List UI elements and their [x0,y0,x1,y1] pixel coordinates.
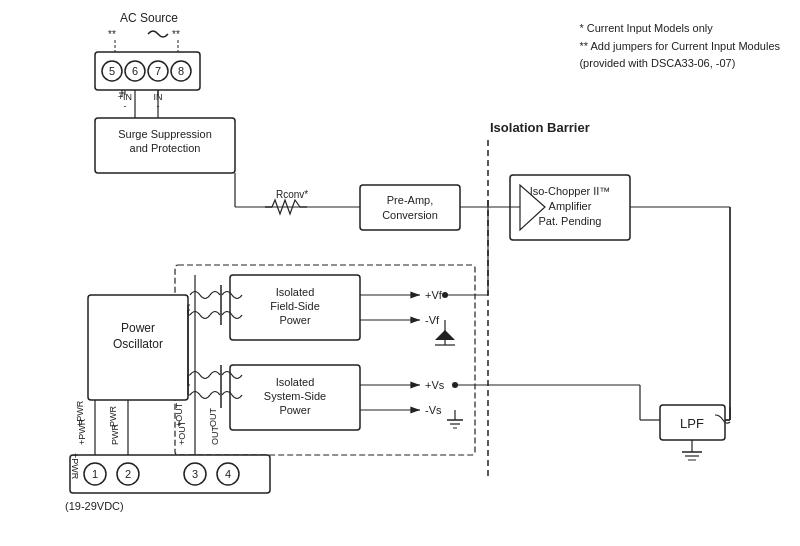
svg-text:-Vs: -Vs [425,404,442,416]
svg-text:Pat. Pending: Pat. Pending [539,215,602,227]
svg-rect-31 [360,185,460,230]
out-pos-label: +OUT [174,403,184,427]
svg-text:**: ** [172,29,180,40]
svg-text:Isolated: Isolated [276,376,315,388]
svg-text:Conversion: Conversion [382,209,438,221]
out-neg-label: OUT [208,408,218,427]
svg-text:8: 8 [178,65,184,77]
svg-text:2: 2 [125,468,131,480]
diagram-container: AC Source ** ** 5 6 7 8 +IN - IN - Surge… [0,0,800,546]
svg-text:3: 3 [192,468,198,480]
svg-text:+Vf: +Vf [425,289,443,301]
svg-text:Pre-Amp,: Pre-Amp, [387,194,433,206]
svg-text:Iso-Chopper II™: Iso-Chopper II™ [530,185,611,197]
svg-text:Power: Power [121,321,155,335]
ac-source-label: AC Source [120,11,178,25]
svg-point-112 [452,382,458,388]
svg-text:Power: Power [279,314,311,326]
svg-text:Isolated: Isolated [276,286,315,298]
svg-text:Rconv*: Rconv* [276,189,308,200]
svg-text:Oscillator: Oscillator [113,337,163,351]
svg-text:Isolation Barrier: Isolation Barrier [490,120,590,135]
svg-text:5: 5 [109,65,115,77]
svg-text:1: 1 [92,468,98,480]
svg-text:-: - [124,101,127,111]
svg-text:+Vs: +Vs [425,379,445,391]
svg-text:and Protection: and Protection [130,142,201,154]
svg-text:4: 4 [225,468,231,480]
pwr-neg-label: PWR [108,406,118,427]
legend-line2: ** Add jumpers for Current Input Modules [579,38,780,56]
svg-text:-Vf: -Vf [425,314,440,326]
legend: * Current Input Models only ** Add jumpe… [579,20,780,73]
pwr-pos-label: +PWR [75,401,85,427]
svg-text:(19-29VDC): (19-29VDC) [65,500,124,512]
svg-text:Power: Power [279,404,311,416]
svg-text:Field-Side: Field-Side [270,300,320,312]
svg-text:System-Side: System-Side [264,390,326,402]
svg-text:Amplifier: Amplifier [549,200,592,212]
legend-line1: * Current Input Models only [579,20,780,38]
svg-text:**: ** [108,29,116,40]
svg-text:OUT: OUT [210,426,220,446]
legend-line3: (provided with DSCA33-06, -07) [579,55,780,73]
svg-text:6: 6 [132,65,138,77]
svg-text:Surge Suppression: Surge Suppression [118,128,212,140]
svg-text:LPF: LPF [680,416,704,431]
svg-text:7: 7 [155,65,161,77]
svg-text:+PWR: +PWR [70,453,80,480]
